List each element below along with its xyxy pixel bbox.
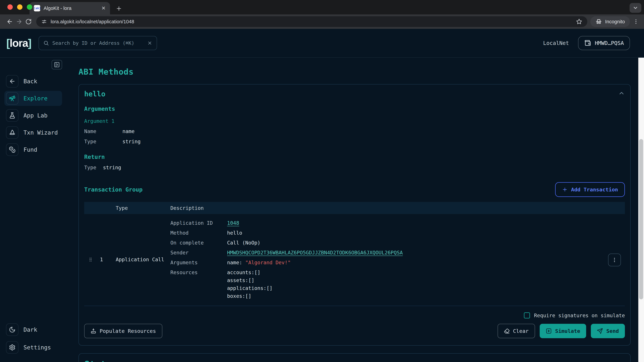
transaction-row[interactable]: 1 Application Call Application ID 1048 M… xyxy=(84,214,625,306)
populate-resources-button[interactable]: Populate Resources xyxy=(84,324,162,338)
browser-menu-button[interactable] xyxy=(633,18,639,25)
transaction-description: Application ID 1048 Method hello On comp… xyxy=(170,220,625,299)
resource-boxes: boxes:[] xyxy=(227,293,625,299)
argument-type-value: string xyxy=(122,139,625,144)
lora-logo[interactable]: [lora] xyxy=(6,37,31,49)
window-close-button[interactable] xyxy=(8,4,13,10)
wallet-address: HMWD…PQSA xyxy=(595,40,624,46)
window-minimize-button[interactable] xyxy=(17,4,22,10)
clear-button[interactable]: Clear xyxy=(498,324,535,338)
resource-applications: applications:[] xyxy=(227,285,625,291)
transaction-menu-button[interactable] xyxy=(608,254,621,266)
gear-icon xyxy=(6,341,18,354)
resources-row: Resources accounts:[] assets:[] applicat… xyxy=(170,270,625,299)
flask-icon xyxy=(6,109,18,122)
lora-app: [lora] LocalNet HMWD…PQSA xyxy=(0,29,644,362)
sidebar-item-txn-wizard[interactable]: Txn Wizard xyxy=(4,125,62,140)
collapse-method-button[interactable] xyxy=(618,90,625,96)
state-title: State xyxy=(84,359,625,362)
resource-assets: assets:[] xyxy=(227,277,625,283)
application-id-link[interactable]: 1048 xyxy=(227,220,239,226)
add-transaction-button[interactable]: Add Transaction xyxy=(555,182,625,197)
sidebar-item-fund[interactable]: Fund xyxy=(4,142,62,157)
tab-search-chevron-button[interactable] xyxy=(630,3,641,13)
sidebar-item-label: Explore xyxy=(24,95,48,102)
tab-title: AlgoKit - lora xyxy=(44,5,98,11)
column-description: Description xyxy=(170,205,625,211)
sidebar-item-settings[interactable]: Settings xyxy=(4,340,62,355)
incognito-badge: Incognito xyxy=(590,16,630,27)
url-text[interactable]: lora.algokit.io/localnet/application/104… xyxy=(51,19,572,24)
incognito-label: Incognito xyxy=(605,19,625,24)
incognito-icon xyxy=(595,18,602,25)
coins-icon xyxy=(6,143,18,156)
transaction-table-header: Type Description xyxy=(84,202,625,214)
sidebar-item-explore[interactable]: Explore xyxy=(4,91,62,106)
wallet-button[interactable]: HMWD…PQSA xyxy=(578,36,630,50)
browser-scrollbar[interactable] xyxy=(638,58,644,362)
sidebar-item-label: Settings xyxy=(24,344,51,351)
arguments-row: Arguments name: "Algorand Dev!" xyxy=(170,260,625,266)
argument-name-row: Name name xyxy=(84,128,625,134)
search-clear-icon[interactable] xyxy=(147,40,152,45)
arrow-left-icon xyxy=(6,75,18,87)
argument-string-value: "Algorand Dev!" xyxy=(245,260,291,266)
forward-button[interactable] xyxy=(14,17,24,26)
send-button[interactable]: Send xyxy=(591,324,625,338)
tab-close-icon[interactable]: ✕ xyxy=(102,6,106,11)
browser-chrome: [ak] AlgoKit - lora ✕ lora.algokit.io/lo… xyxy=(0,0,644,29)
argument-type-row: Type string xyxy=(84,139,625,144)
sidebar-nav: Back Explore App Lab xyxy=(4,74,62,157)
sidebar-item-label: Dark xyxy=(24,326,37,333)
require-signatures-label: Require signatures on simulate xyxy=(534,313,625,319)
transaction-table: Type Description 1 Application Call xyxy=(84,202,625,306)
new-tab-button[interactable] xyxy=(116,5,122,12)
network-label[interactable]: LocalNet xyxy=(543,40,569,46)
argument-name-key: Name xyxy=(84,128,122,134)
transaction-type: Application Call xyxy=(110,257,170,263)
method-row: Method hello xyxy=(170,230,625,236)
search-box[interactable] xyxy=(38,36,157,50)
require-signatures-checkbox[interactable] xyxy=(524,312,530,319)
scrollbar-thumb[interactable] xyxy=(639,139,643,299)
reload-button[interactable] xyxy=(24,17,33,26)
eraser-icon xyxy=(504,328,510,334)
sender-address-link[interactable]: HMWDSHQCOPD2T36WBAHLAZ6PO5GDJJZBN4D2TODK… xyxy=(227,250,403,256)
send-icon xyxy=(597,328,603,334)
sidebar-item-back[interactable]: Back xyxy=(4,74,62,89)
resource-accounts: accounts:[] xyxy=(227,270,625,275)
main-content: ABI Methods hello Arguments Argument 1 N… xyxy=(66,58,644,362)
telescope-icon xyxy=(6,92,18,105)
sidebar: Back Explore App Lab xyxy=(0,58,66,362)
sidebar-footer: Dark Settings xyxy=(4,322,62,355)
search-icon xyxy=(43,40,49,46)
method-name: hello xyxy=(84,90,105,98)
url-bar[interactable]: lora.algokit.io/localnet/application/104… xyxy=(36,16,587,27)
arguments-heading: Arguments xyxy=(84,105,625,112)
tab-strip: [ak] AlgoKit - lora ✕ xyxy=(0,0,644,14)
bookmark-star-icon[interactable] xyxy=(576,18,582,25)
sidebar-item-theme-toggle[interactable]: Dark xyxy=(4,322,62,337)
wizard-hat-icon xyxy=(6,126,18,139)
window-zoom-button[interactable] xyxy=(27,4,32,10)
drag-handle-icon[interactable] xyxy=(88,257,93,262)
sidebar-item-label: Fund xyxy=(24,146,37,153)
on-complete-row: On complete Call (NoOp) xyxy=(170,240,625,246)
application-id-row: Application ID 1048 xyxy=(170,220,625,226)
sidebar-item-label: Back xyxy=(24,78,37,85)
argument-type-key: Type xyxy=(84,139,122,144)
plus-icon xyxy=(562,187,568,192)
argument-key: name: xyxy=(227,260,242,266)
search-input[interactable] xyxy=(52,40,144,46)
site-settings-icon[interactable] xyxy=(41,19,47,24)
play-square-icon xyxy=(546,328,552,334)
app-header: [lora] LocalNet HMWD…PQSA xyxy=(0,29,644,58)
sidebar-collapse-button[interactable] xyxy=(52,60,62,69)
back-button[interactable] xyxy=(5,17,14,26)
simulate-button[interactable]: Simulate xyxy=(540,324,586,338)
browser-tab[interactable]: [ak] AlgoKit - lora ✕ xyxy=(30,2,110,14)
browser-toolbar: lora.algokit.io/localnet/application/104… xyxy=(0,14,644,29)
sidebar-item-app-lab[interactable]: App Lab xyxy=(4,108,62,123)
window-controls xyxy=(8,4,32,10)
argument-name-value: name xyxy=(122,128,625,134)
